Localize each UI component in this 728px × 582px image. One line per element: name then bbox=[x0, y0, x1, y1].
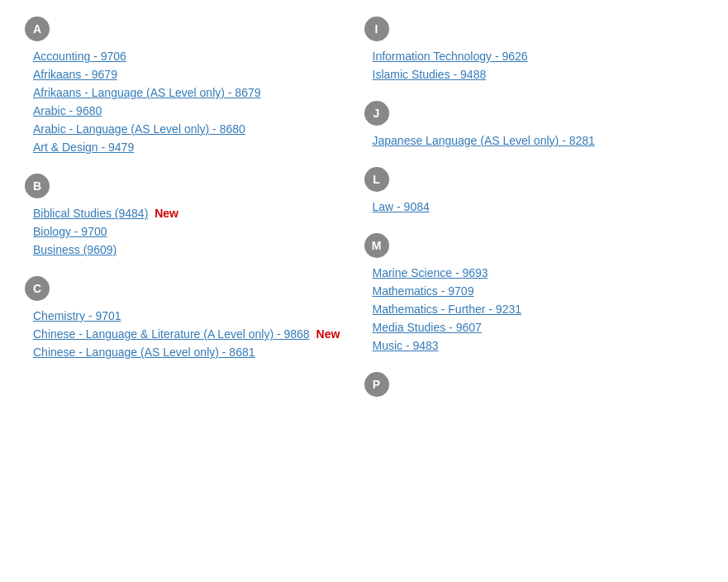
list-item: Japanese Language (AS Level only) - 8281 bbox=[373, 134, 688, 147]
section-P: P bbox=[364, 372, 688, 405]
list-item: Law - 9084 bbox=[373, 200, 688, 213]
list-item: Biology - 9700 bbox=[33, 225, 348, 238]
subject-link[interactable]: Business (9609) bbox=[33, 243, 117, 256]
section-B: BBiblical Studies (9484) NewBiology - 97… bbox=[25, 174, 348, 256]
list-item: Chinese - Language (AS Level only) - 868… bbox=[33, 346, 348, 359]
section-C: CChemistry - 9701Chinese - Language & Li… bbox=[25, 276, 348, 359]
list-item: Islamic Studies - 9488 bbox=[373, 68, 688, 81]
letter-badge-B: B bbox=[25, 174, 50, 198]
list-item: Media Studies - 9607 bbox=[373, 321, 688, 334]
subject-link[interactable]: Chinese - Language (AS Level only) - 868… bbox=[33, 346, 255, 359]
main-columns: AAccounting - 9706Afrikaans - 9679Afrika… bbox=[25, 17, 703, 425]
subject-link[interactable]: Japanese Language (AS Level only) - 8281 bbox=[373, 134, 595, 147]
subject-link[interactable]: Chemistry - 9701 bbox=[33, 309, 121, 322]
list-item: Mathematics - Further - 9231 bbox=[373, 303, 688, 316]
list-item: Art & Design - 9479 bbox=[33, 141, 348, 154]
subject-link[interactable]: Biblical Studies (9484) bbox=[33, 207, 148, 220]
list-item: Afrikaans - Language (AS Level only) - 8… bbox=[33, 86, 348, 99]
letter-badge-L: L bbox=[364, 167, 389, 192]
column-0: AAccounting - 9706Afrikaans - 9679Afrika… bbox=[25, 17, 364, 425]
subject-link[interactable]: Mathematics - Further - 9231 bbox=[373, 303, 522, 316]
list-item: Chinese - Language & Literature (A Level… bbox=[33, 327, 348, 341]
items-list-J: Japanese Language (AS Level only) - 8281 bbox=[364, 134, 688, 147]
subject-link[interactable]: Mathematics - 9709 bbox=[373, 284, 474, 298]
new-badge: New bbox=[151, 207, 178, 220]
section-I: IInformation Technology - 9626Islamic St… bbox=[364, 17, 688, 81]
section-J: JJapanese Language (AS Level only) - 828… bbox=[364, 101, 688, 147]
subject-link[interactable]: Afrikaans - Language (AS Level only) - 8… bbox=[33, 86, 261, 99]
list-item: Arabic - 9680 bbox=[33, 104, 348, 117]
subject-link[interactable]: Law - 9084 bbox=[373, 200, 430, 213]
subject-link[interactable]: Afrikaans - 9679 bbox=[33, 68, 117, 81]
items-list-M: Marine Science - 9693Mathematics - 9709M… bbox=[364, 266, 688, 352]
items-list-C: Chemistry - 9701Chinese - Language & Lit… bbox=[25, 309, 348, 359]
items-list-L: Law - 9084 bbox=[364, 200, 688, 213]
letter-badge-A: A bbox=[25, 17, 50, 41]
subject-link[interactable]: Information Technology - 9626 bbox=[373, 50, 528, 63]
letter-badge-C: C bbox=[25, 276, 50, 301]
letter-badge-J: J bbox=[364, 101, 389, 126]
subject-link[interactable]: Accounting - 9706 bbox=[33, 50, 126, 63]
list-item: Arabic - Language (AS Level only) - 8680 bbox=[33, 122, 348, 136]
list-item: Accounting - 9706 bbox=[33, 50, 348, 63]
subject-link[interactable]: Music - 9483 bbox=[373, 339, 439, 352]
section-A: AAccounting - 9706Afrikaans - 9679Afrika… bbox=[25, 17, 348, 154]
list-item: Music - 9483 bbox=[373, 339, 688, 352]
subject-link[interactable]: Chinese - Language & Literature (A Level… bbox=[33, 327, 310, 341]
items-list-I: Information Technology - 9626Islamic Stu… bbox=[364, 50, 688, 81]
subject-link[interactable]: Marine Science - 9693 bbox=[373, 266, 488, 279]
list-item: Chemistry - 9701 bbox=[33, 309, 348, 322]
subject-link[interactable]: Art & Design - 9479 bbox=[33, 141, 134, 154]
section-L: LLaw - 9084 bbox=[364, 167, 688, 213]
letter-badge-I: I bbox=[364, 17, 389, 41]
subject-link[interactable]: Islamic Studies - 9488 bbox=[373, 68, 487, 81]
subject-link[interactable]: Arabic - 9680 bbox=[33, 104, 102, 117]
list-item: Afrikaans - 9679 bbox=[33, 68, 348, 81]
letter-badge-M: M bbox=[364, 233, 389, 258]
subject-link[interactable]: Media Studies - 9607 bbox=[373, 321, 482, 334]
letter-badge-P: P bbox=[364, 372, 389, 397]
subject-link[interactable]: Biology - 9700 bbox=[33, 225, 107, 238]
list-item: Business (9609) bbox=[33, 243, 348, 256]
list-item: Marine Science - 9693 bbox=[373, 266, 688, 279]
list-item: Biblical Studies (9484) New bbox=[33, 207, 348, 220]
column-1: IInformation Technology - 9626Islamic St… bbox=[364, 17, 704, 425]
items-list-A: Accounting - 9706Afrikaans - 9679Afrikaa… bbox=[25, 50, 348, 154]
section-M: MMarine Science - 9693Mathematics - 9709… bbox=[364, 233, 688, 352]
list-item: Mathematics - 9709 bbox=[373, 284, 688, 298]
new-badge: New bbox=[313, 327, 340, 341]
items-list-B: Biblical Studies (9484) NewBiology - 970… bbox=[25, 207, 348, 256]
subject-link[interactable]: Arabic - Language (AS Level only) - 8680 bbox=[33, 122, 245, 136]
list-item: Information Technology - 9626 bbox=[373, 50, 688, 63]
